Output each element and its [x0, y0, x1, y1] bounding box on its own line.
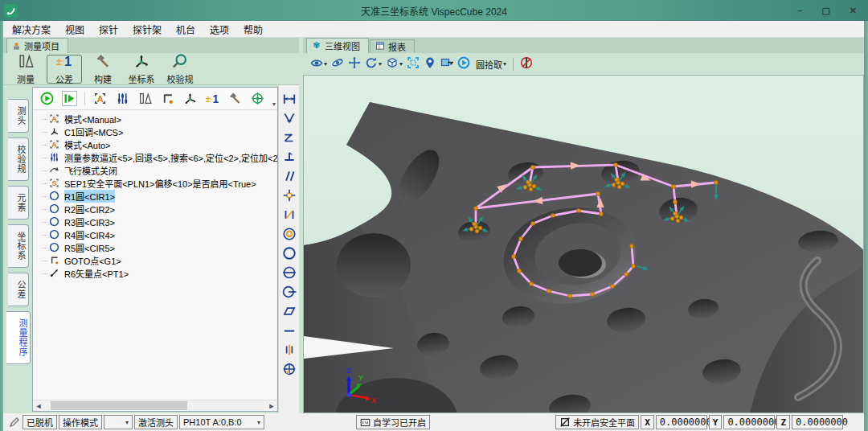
side-tab-3[interactable]: 坐标系	[8, 224, 29, 268]
gdt-circle-icon[interactable]	[282, 246, 297, 261]
scroll-right-icon[interactable]: ►	[266, 402, 277, 410]
gdt-perpendicularity-icon[interactable]	[282, 150, 297, 164]
fly-icon	[49, 165, 60, 176]
view-tool-pan[interactable]	[346, 55, 362, 73]
view-tool-cube[interactable]: ▾	[384, 55, 404, 73]
tree-tool-goto-point-icon[interactable]	[160, 91, 175, 106]
ribbon-gauge-button[interactable]: 校验规	[162, 55, 198, 84]
y-axis-label: Y	[709, 415, 723, 429]
goto-icon	[49, 255, 60, 266]
tree-tool-probe-center-icon[interactable]	[250, 91, 265, 106]
menu-item-1[interactable]: 视图	[58, 23, 92, 36]
gdt-parallelism-icon[interactable]	[282, 169, 297, 183]
tree-item-label: R3圆<CIR3>	[64, 216, 115, 228]
tree-item-1[interactable]: ····C1回调<MCS>	[33, 125, 277, 138]
gdt-distance-icon[interactable]	[282, 92, 297, 106]
gdt-position-point-icon[interactable]	[282, 188, 297, 203]
probe-select[interactable]: PH10T A:0,B:0▾	[179, 415, 264, 429]
mode-icon: A	[49, 113, 60, 125]
svg-text:A: A	[51, 115, 57, 123]
maximize-button[interactable]: ▢	[821, 6, 829, 16]
tree-tool-auto-mode-icon[interactable]: A	[92, 91, 108, 106]
scrollbar-track[interactable]	[44, 400, 266, 411]
side-tab-1[interactable]: 校验规	[8, 138, 29, 181]
menu-item-4[interactable]: 机台	[169, 23, 203, 36]
svg-text:S: S	[52, 179, 57, 187]
gdt-angle-down-icon[interactable]	[282, 111, 297, 125]
tree-item-11[interactable]: ····GOTO点<G1>	[33, 254, 277, 267]
view-tool-eye[interactable]: ▾	[309, 55, 329, 73]
tree-item-2[interactable]: ····A模式<Auto>	[33, 138, 277, 151]
scroll-left-icon[interactable]: ◄	[33, 402, 44, 410]
tree-item-3[interactable]: ····测量参数逼近<5>,回退<5>,搜索<6>,定位<2>,定位加<2>,测…	[33, 151, 277, 164]
ribbon-measure-button[interactable]: 测量	[8, 55, 43, 84]
view-tool-flag[interactable]	[439, 55, 455, 73]
ribbon-csys-button[interactable]: 坐标系	[124, 55, 159, 84]
tree-guide: ····	[41, 115, 47, 123]
tree-tool-coordinate-system-icon[interactable]	[182, 91, 198, 106]
menu-item-6[interactable]: 帮助	[236, 23, 270, 36]
side-tab-2[interactable]: 元素	[8, 186, 29, 220]
tree-tool-tolerance-icon[interactable]: ±.1	[205, 91, 220, 106]
view-tool-pick-mode[interactable]: 圆拾取▾	[473, 55, 508, 73]
gdt-true-position-icon[interactable]	[282, 362, 297, 376]
gdt-concentricity-icon[interactable]	[282, 227, 297, 241]
tab-3d-view[interactable]: 三维视图	[306, 38, 369, 53]
view-tool-rotate[interactable]: ▾	[363, 55, 383, 73]
tree-item-12[interactable]: ····R6矢量点<PT1>	[33, 267, 277, 280]
tree-tool-run-icon[interactable]	[39, 91, 55, 106]
menu-item-0[interactable]: 解决方案	[5, 23, 58, 36]
ribbon-construct-button[interactable]: 构建	[85, 55, 121, 84]
tree-item-6[interactable]: ····R1圆<CIR1>	[33, 190, 277, 203]
view-tool-pin[interactable]	[422, 55, 438, 73]
left-panel: 测量项目 测量±.1公差构建坐标系校验规 测头校验规元素坐标系公差测量程序 A±…	[3, 38, 299, 413]
gdt-diameter-icon[interactable]	[282, 265, 297, 280]
tree-tool-move-params-icon[interactable]	[115, 91, 130, 106]
side-tab-0[interactable]: 测头	[8, 99, 29, 133]
gdt-straightness-icon[interactable]	[282, 323, 297, 338]
gdt-parallel-slash-icon[interactable]	[282, 207, 297, 222]
gdt-symmetry-icon[interactable]	[282, 343, 297, 357]
tree-item-0[interactable]: ····A模式<Manual>	[33, 113, 277, 125]
tree-item-label: 模式<Auto>	[64, 138, 110, 151]
tree-tool-run-step-icon[interactable]	[62, 91, 77, 106]
side-tab-5[interactable]: 测量程序	[6, 311, 31, 364]
gdt-radius-line-icon[interactable]	[282, 285, 297, 299]
tree-item-4[interactable]: ····飞行模式关闭	[33, 164, 277, 177]
tree-horizontal-scrollbar[interactable]: ◄ ►	[33, 400, 277, 411]
gauge-icon	[172, 53, 188, 72]
view-tool-orbit[interactable]	[330, 55, 346, 73]
scrollbar-thumb[interactable]	[51, 401, 187, 410]
tree-item-5[interactable]: ····SSEP1安全平面<PLN1>偏移<10>是否启用<True>	[33, 177, 277, 190]
tree-item-10[interactable]: ····R5圆<CIR5>	[33, 241, 277, 254]
tree-item-9[interactable]: ····R4圆<CIR4>	[33, 228, 277, 241]
tree-toolbar-overflow-icon[interactable]: ▾	[272, 101, 276, 108]
minimize-button[interactable]: –	[797, 6, 802, 15]
tab-measure-project[interactable]: 测量项目	[6, 38, 68, 53]
construct-icon	[95, 53, 111, 72]
viewport-3d[interactable]: ZYX	[303, 75, 864, 413]
view-tool-fit[interactable]	[405, 55, 421, 73]
menu-item-3[interactable]: 探针架	[125, 23, 169, 36]
play-icon	[457, 56, 470, 72]
view-tool-play[interactable]	[456, 55, 472, 73]
tolerance-icon: ±.1	[56, 53, 72, 72]
tree-item-7[interactable]: ····R2圆<CIR2>	[33, 203, 277, 216]
offline-pencil-icon	[8, 417, 20, 429]
ribbon-tolerance-button[interactable]: ±.1公差	[47, 55, 82, 84]
tree-item-8[interactable]: ····R3圆<CIR3>	[33, 216, 277, 228]
tree-tool-measure-icon[interactable]	[137, 91, 153, 106]
gdt-angle-z-icon[interactable]	[282, 130, 297, 145]
no-safety-plane-icon	[559, 417, 571, 428]
pin-icon	[424, 56, 436, 72]
op-mode-select[interactable]: ▾	[104, 415, 133, 429]
close-button[interactable]: ✕	[850, 6, 857, 16]
gdt-flatness-icon[interactable]	[282, 304, 297, 318]
side-tab-4[interactable]: 公差	[8, 273, 29, 306]
menu-item-5[interactable]: 选项	[203, 23, 236, 36]
tree-tool-construct-icon[interactable]	[227, 91, 243, 106]
view-tool-compass-off[interactable]	[518, 55, 534, 73]
tab-report[interactable]: 报表	[370, 39, 415, 53]
tree-item-label: SEP1安全平面<PLN1>偏移<10>是否启用<True>	[64, 177, 256, 190]
menu-item-2[interactable]: 探针	[92, 23, 125, 36]
